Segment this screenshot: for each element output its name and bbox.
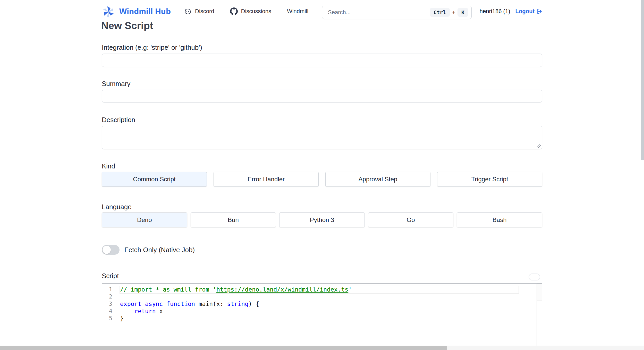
discord-icon [184, 7, 192, 15]
brand-title: Windmill Hub [119, 7, 171, 16]
code-editor[interactable]: 1// import * as wmill from 'https://deno… [102, 283, 542, 350]
line-number: 2 [102, 293, 115, 300]
language-option-bun[interactable]: Bun [191, 212, 276, 227]
integration-label: Integration (e.g: 'stripe' or 'github') [102, 44, 202, 52]
kind-option-error-handler[interactable]: Error Handler [214, 172, 319, 187]
nav-label-discussions: Discussions [241, 8, 271, 15]
user-area: henri186 (1) Logout [480, 0, 543, 23]
minimap-slider[interactable] [537, 284, 542, 301]
github-icon [230, 7, 238, 15]
kind-label: Kind [102, 162, 115, 170]
fetch-only-row: Fetch Only (Native Job) [102, 245, 195, 255]
summary-input[interactable] [102, 90, 542, 103]
language-option-go[interactable]: Go [368, 212, 454, 227]
kind-option-common-script[interactable]: Common Script [102, 172, 207, 187]
description-label: Description [102, 116, 135, 124]
line-number: 5 [102, 315, 115, 322]
nav-label-windmill: Windmill [287, 8, 308, 15]
search-placeholder: Search... [328, 9, 351, 16]
indent-guide [120, 308, 120, 315]
kind-options: Common ScriptError HandlerApproval StepT… [102, 172, 542, 187]
fetch-only-label: Fetch Only (Native Job) [124, 246, 195, 254]
nav-label-discord: Discord [195, 8, 214, 15]
brand-home-link[interactable]: Windmill Hub [101, 4, 171, 19]
nav-separator [279, 6, 279, 17]
page-title: New Script [101, 20, 153, 31]
summary-label: Summary [102, 80, 130, 88]
header-nav: Discord Discussions Windmill [184, 0, 308, 23]
language-label: Language [102, 203, 132, 211]
windmill-logo-icon [101, 4, 116, 19]
code-line-4: 4 return x [102, 308, 542, 315]
search-shortcut: Ctrl + K [430, 8, 468, 17]
language-option-deno[interactable]: Deno [102, 212, 187, 227]
vertical-scrollbar-thumb[interactable] [641, 0, 644, 160]
kind-option-approval-step[interactable]: Approval Step [325, 172, 430, 187]
line-number: 1 [102, 286, 115, 293]
script-label: Script [102, 272, 119, 280]
logout-icon [536, 8, 543, 15]
kbd-ctrl: Ctrl [430, 8, 450, 17]
kbd-plus: + [452, 10, 455, 15]
integration-input[interactable] [102, 54, 542, 67]
horizontal-scrollbar-track[interactable] [0, 346, 644, 350]
code-line-1: 1// import * as wmill from 'https://deno… [102, 286, 542, 293]
logout-label: Logout [515, 8, 535, 15]
line-number: 3 [102, 300, 115, 308]
code-line-3: 3export async function main(x: string) { [102, 300, 542, 308]
fetch-only-toggle[interactable] [102, 245, 120, 255]
code-line-5: 5} [102, 315, 542, 322]
editor-toggle-pill[interactable] [529, 274, 540, 280]
language-option-bash[interactable]: Bash [457, 212, 542, 227]
nav-item-discord[interactable]: Discord [184, 7, 214, 15]
code-line-2: 2 [102, 293, 542, 300]
resize-handle[interactable] [537, 144, 541, 148]
nav-item-windmill[interactable]: Windmill [287, 8, 308, 15]
nav-separator [222, 6, 222, 17]
search-box[interactable]: Search... Ctrl + K [322, 6, 472, 19]
nav-item-discussions[interactable]: Discussions [230, 7, 271, 15]
description-textarea[interactable] [102, 126, 542, 149]
kind-option-trigger-script[interactable]: Trigger Script [437, 172, 542, 187]
language-option-python-3[interactable]: Python 3 [279, 212, 365, 227]
logout-link[interactable]: Logout [515, 8, 543, 15]
username-label: henri186 (1) [480, 8, 510, 15]
kbd-k: K [457, 8, 468, 17]
horizontal-scrollbar-thumb[interactable] [0, 346, 447, 350]
toggle-knob [103, 246, 111, 254]
line-number: 4 [102, 308, 115, 315]
code-lines: 1// import * as wmill from 'https://deno… [102, 286, 542, 322]
language-options: DenoBunPython 3GoBash [102, 212, 542, 227]
